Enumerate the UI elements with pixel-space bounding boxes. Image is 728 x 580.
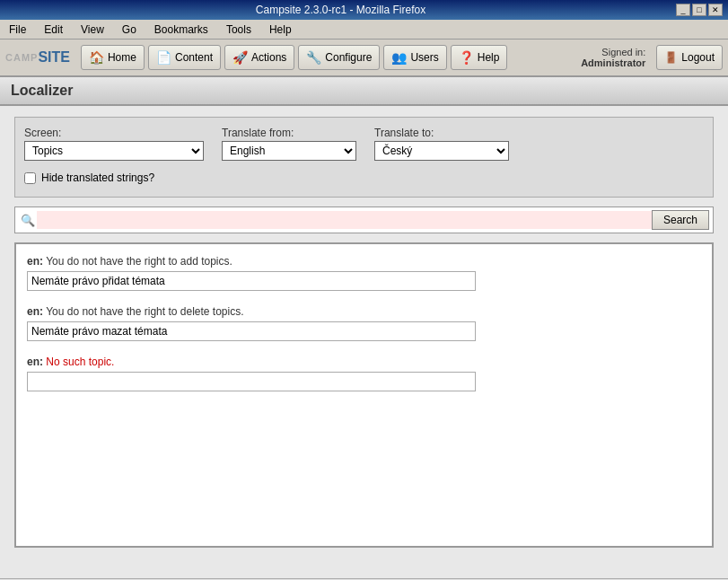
translation-item: en: You do not have the right to delete … [27,305,701,341]
translation-input[interactable] [27,321,476,341]
translate-from-field: Translate from: English Czech French Ger… [222,127,356,161]
menu-file[interactable]: File [4,22,31,38]
translation-input[interactable] [27,271,476,291]
signed-in-user: Administrator [581,57,645,68]
home-icon: 🏠 [89,50,104,65]
content-button[interactable]: 📄 Content [148,45,221,70]
menu-bookmarks[interactable]: Bookmarks [149,22,214,38]
maximize-button[interactable]: □ [692,4,706,16]
window-controls: _ □ ✕ [676,4,723,16]
logo-camp: CAMP [5,52,38,63]
help-icon: ❓ [459,50,474,65]
window-title: Campsite 2.3.0-rc1 - Mozilla Firefox [5,4,676,16]
translation-item: en: No such topic. [27,356,701,391]
close-button[interactable]: ✕ [708,4,723,16]
translation-item: en: You do not have the right to add top… [27,255,701,291]
form-panel: Screen: Topics Articles Issues Sections … [14,117,714,198]
minimize-button[interactable]: _ [676,4,690,16]
actions-button[interactable]: 🚀 Actions [224,45,294,70]
search-button[interactable]: Search [652,210,709,230]
translation-input[interactable] [27,372,476,391]
search-input[interactable] [37,211,652,229]
logo-site: SITE [38,49,70,66]
form-row-selects: Screen: Topics Articles Issues Sections … [24,127,704,161]
configure-icon: 🔧 [306,50,321,65]
signed-in-area: Signed in: Administrator [581,47,645,68]
menu-go[interactable]: Go [117,22,142,38]
menu-help[interactable]: Help [264,22,297,38]
translate-to-field: Translate to: Český English French Germa… [374,127,509,161]
translate-to-label: Translate to: [374,127,509,139]
hide-translated-checkbox[interactable] [24,172,36,184]
screen-label: Screen: [24,127,204,139]
translate-from-select[interactable]: English Czech French German [222,141,356,161]
content-icon: 📄 [156,50,171,65]
en-source-label: en: No such topic. [27,356,701,368]
logout-button[interactable]: 🚪 Logout [656,45,723,70]
translate-to-select[interactable]: Český English French German [374,141,509,161]
menu-view[interactable]: View [75,22,110,38]
actions-icon: 🚀 [232,50,248,65]
logout-icon: 🚪 [664,51,678,64]
en-source-label: en: You do not have the right to add top… [27,255,701,268]
main-content: Screen: Topics Articles Issues Sections … [0,106,728,578]
menu-edit[interactable]: Edit [39,22,68,38]
en-source-label: en: You do not have the right to delete … [27,305,701,318]
page-header: Localizer [0,77,728,106]
toolbar: CAMPSITE 🏠 Home 📄 Content 🚀 Actions 🔧 Co… [0,40,728,77]
logo: CAMPSITE [5,49,70,66]
hide-translated-label[interactable]: Hide translated strings? [41,171,154,184]
users-icon: 👥 [391,50,407,65]
configure-button[interactable]: 🔧 Configure [298,45,380,70]
signed-in-label: Signed in: [581,47,645,57]
page-title: Localizer [11,83,73,98]
screen-field: Screen: Topics Articles Issues Sections [24,127,204,161]
menu-tools[interactable]: Tools [221,22,257,38]
title-bar: Campsite 2.3.0-rc1 - Mozilla Firefox _ □… [0,0,728,20]
help-button[interactable]: ❓ Help [451,45,508,70]
translation-area: en: You do not have the right to add top… [14,242,714,548]
screen-select[interactable]: Topics Articles Issues Sections [24,141,204,161]
search-bar: 🔍 Search [14,207,714,233]
menu-bar: File Edit View Go Bookmarks Tools Help [0,20,728,40]
users-button[interactable]: 👥 Users [383,45,446,70]
translate-from-label: Translate from: [222,127,356,139]
hide-translated-row: Hide translated strings? [24,168,704,188]
search-icon: 🔍 [19,214,37,227]
home-button[interactable]: 🏠 Home [81,45,145,70]
